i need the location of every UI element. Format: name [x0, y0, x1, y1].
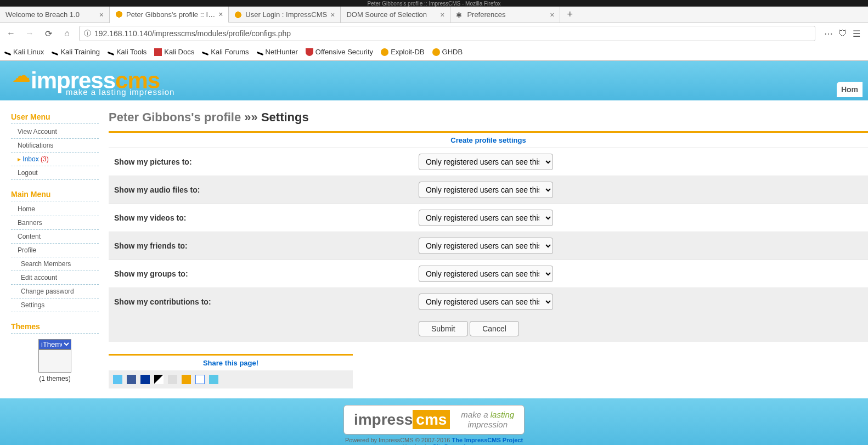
sidebar-item-view-account[interactable]: View Account: [11, 125, 99, 139]
contributions-select[interactable]: Only registered users can see this: [419, 294, 553, 310]
theme-preview: [38, 350, 71, 373]
url-input[interactable]: [94, 29, 810, 38]
arrow-icon: ▸: [18, 155, 21, 163]
tab-dom-source[interactable]: DOM Source of Selection ×: [341, 7, 450, 22]
bookmark-ghdb[interactable]: GHDB: [432, 48, 463, 56]
favicon-icon: [234, 11, 242, 19]
theme-select[interactable]: iTheme: [38, 339, 71, 350]
close-icon[interactable]: ×: [440, 10, 444, 19]
bookmark-offensive-security[interactable]: Offensive Security: [306, 48, 373, 56]
close-icon[interactable]: ×: [99, 10, 104, 19]
bug-icon: [432, 48, 440, 56]
bookmark-kali-training[interactable]: Kali Training: [52, 48, 100, 56]
forward-button[interactable]: →: [23, 27, 36, 40]
main-wrap: User Menu View Account Notifications ▸ I…: [0, 100, 868, 398]
bookmark-kali-forums[interactable]: Kali Forums: [202, 48, 249, 56]
row-label: Show my groups to:: [109, 260, 413, 288]
tab-user-login[interactable]: User Login : ImpressCMS ×: [229, 7, 341, 22]
create-profile-link[interactable]: Create profile settings: [450, 136, 526, 144]
back-button[interactable]: ←: [4, 27, 18, 40]
window-titlebar: Peter Gibbons's profile :: ImpressCMS - …: [0, 0, 868, 7]
close-icon[interactable]: ×: [330, 10, 335, 19]
home-button[interactable]: ⌂: [60, 27, 74, 40]
row-label: Show my videos to:: [109, 204, 413, 232]
facebook-icon[interactable]: [127, 375, 136, 384]
share-title: Share this page!: [109, 356, 353, 370]
row-label: Show my contributions to:: [109, 288, 413, 316]
table-row: Show my contributions to:Only registered…: [109, 288, 868, 316]
tab-preferences[interactable]: ✱ Preferences ×: [450, 7, 560, 22]
logo-deco-icon: ☁: [12, 64, 31, 86]
videos-select[interactable]: Only registered users can see this: [419, 210, 553, 226]
tab-label: Preferences: [467, 10, 505, 19]
tab-label: User Login : ImpressCMS: [245, 10, 327, 19]
main-menu-title: Main Menu: [11, 188, 99, 201]
project-link[interactable]: The ImpressCMS Project: [452, 437, 523, 443]
twitter-icon[interactable]: [113, 375, 122, 384]
row-label: Show my pictures to:: [109, 148, 413, 176]
bookmark-kali-docs[interactable]: Kali Docs: [154, 48, 194, 56]
kali-icon: [4, 52, 11, 55]
tab-profile[interactable]: Peter Gibbons's profile :: I… ×: [110, 7, 229, 23]
table-row: Show my audio files to:Only registered u…: [109, 176, 868, 204]
reader-icon[interactable]: 🛡: [838, 29, 847, 38]
gear-icon: ✱: [456, 11, 464, 19]
share-box: Share this page!: [109, 354, 353, 388]
kali-icon: [108, 52, 114, 55]
tab-label: Peter Gibbons's profile :: I…: [126, 10, 215, 19]
digg-icon[interactable]: [168, 375, 177, 384]
sidebar-item-content[interactable]: Content: [11, 230, 99, 244]
content: Peter Gibbons's profile »» Settings Crea…: [104, 106, 868, 393]
kali-icon: [256, 52, 263, 55]
footer-logo[interactable]: impresscms make a lasting impression: [343, 405, 525, 435]
delicious-icon[interactable]: [154, 375, 164, 384]
sidebar-item-settings[interactable]: Settings: [11, 298, 99, 312]
sidebar-item-profile[interactable]: Profile: [11, 244, 99, 257]
logo-tagline: make a lasting impression: [66, 87, 174, 97]
bookmark-exploit-db[interactable]: Exploit-DB: [381, 48, 424, 56]
cancel-button[interactable]: Cancel: [470, 321, 519, 336]
tab-label: DOM Source of Selection: [346, 10, 427, 19]
close-icon[interactable]: ×: [218, 10, 223, 19]
sidebar-item-edit-account[interactable]: Edit account: [11, 271, 99, 285]
url-bar[interactable]: ⓘ: [79, 26, 815, 41]
bookmark-nethunter[interactable]: NetHunter: [257, 48, 298, 56]
sidebar-item-search-members[interactable]: Search Members: [11, 257, 99, 271]
sidebar-item-inbox[interactable]: ▸ Inbox (3): [11, 153, 99, 166]
footer-tagline: make a lasting impression: [461, 410, 514, 430]
browser-chrome: Welcome to Breach 1.0 × Peter Gibbons's …: [0, 7, 868, 61]
myspace-icon[interactable]: [140, 375, 150, 384]
menu-icon[interactable]: ☰: [853, 29, 860, 39]
close-icon[interactable]: ×: [550, 10, 554, 19]
nav-home[interactable]: Hom: [837, 82, 863, 97]
more-icon[interactable]: ⋯: [824, 29, 833, 39]
bookmark-bar: Kali Linux Kali Training Kali Tools Kali…: [0, 44, 868, 60]
groups-select[interactable]: Only registered users can see this: [419, 266, 553, 282]
sidebar-item-banners[interactable]: Banners: [11, 216, 99, 230]
new-tab-button[interactable]: +: [560, 7, 579, 22]
sidebar: User Menu View Account Notifications ▸ I…: [5, 106, 104, 393]
sidebar-item-notifications[interactable]: Notifications: [11, 139, 99, 153]
kali-icon: [202, 52, 208, 55]
sidebar-item-change-password[interactable]: Change password: [11, 285, 99, 298]
friends-select[interactable]: Only registered users can see this: [419, 238, 553, 254]
bug-icon: [381, 48, 388, 56]
local-icon[interactable]: [182, 375, 191, 384]
bookmark-kali-linux[interactable]: Kali Linux: [4, 48, 44, 56]
settings-table: Create profile settings Show my pictures…: [109, 131, 868, 342]
submit-button[interactable]: Submit: [419, 321, 468, 336]
tab-label: Welcome to Breach 1.0: [5, 10, 80, 19]
sidebar-item-home[interactable]: Home: [11, 202, 99, 216]
info-icon[interactable]: ⓘ: [84, 29, 91, 38]
bookmark-kali-tools[interactable]: Kali Tools: [108, 48, 146, 56]
google-icon[interactable]: [195, 375, 205, 384]
shield-icon: [306, 48, 313, 56]
sidebar-item-logout[interactable]: Logout: [11, 166, 99, 180]
reload-button[interactable]: ⟳: [42, 27, 55, 40]
diigo-icon[interactable]: [209, 375, 218, 384]
table-row: Show my videos to:Only registered users …: [109, 204, 868, 232]
footer: impresscms make a lasting impression Pow…: [0, 398, 868, 445]
pictures-select[interactable]: Only registered users can see this: [419, 154, 553, 170]
audio-select[interactable]: Only registered users can see this: [419, 182, 553, 198]
tab-welcome[interactable]: Welcome to Breach 1.0 ×: [0, 7, 110, 22]
